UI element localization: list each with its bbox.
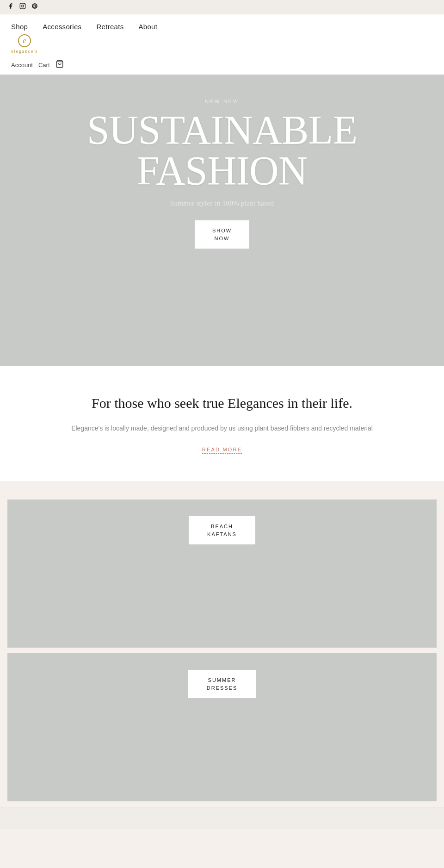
svg-point-1	[22, 5, 24, 7]
svg-rect-0	[20, 3, 25, 9]
logo-name: elegance's	[11, 48, 38, 54]
nav-retreats[interactable]: Retreats	[96, 23, 123, 31]
nav-about[interactable]: About	[139, 23, 158, 31]
collections-section: BEACHKAFTANS SUMMERDRESSES	[0, 481, 444, 801]
hero-subtitle: Summer styles in 100% plant based	[170, 200, 274, 207]
footer-stub	[0, 807, 444, 829]
nav-accessories[interactable]: Accessories	[43, 23, 81, 31]
logo-circle: e	[18, 34, 31, 47]
account-link[interactable]: Account	[11, 62, 33, 69]
cart-link[interactable]: Cart	[38, 62, 50, 69]
hero-eyebrow: NEW NEW	[205, 99, 239, 104]
logo-area: e elegance's	[11, 32, 433, 58]
summer-dresses-button[interactable]: SUMMERDRESSES	[188, 670, 256, 698]
hero-title: SUSTAINABLE FASHION	[87, 110, 358, 191]
hero-cta-button[interactable]: SHOWNOW	[195, 220, 249, 249]
about-body: Elegance's is locally made, designed and…	[37, 423, 407, 434]
pinterest-icon[interactable]	[31, 3, 38, 11]
facebook-icon[interactable]	[7, 3, 14, 11]
nav-bottom: Account Cart	[11, 58, 433, 75]
about-section: For those who seek true Elegances in the…	[0, 366, 444, 481]
main-nav: Shop Accessories Retreats About	[11, 14, 433, 32]
beach-kaftans-button[interactable]: BEACHKAFTANS	[189, 516, 255, 544]
about-heading: For those who seek true Elegances in the…	[37, 394, 407, 413]
social-bar	[0, 0, 444, 14]
instagram-icon[interactable]	[19, 3, 26, 11]
header: Shop Accessories Retreats About e elegan…	[0, 14, 444, 75]
svg-point-2	[24, 4, 25, 5]
beach-kaftans-block: BEACHKAFTANS	[7, 500, 437, 648]
cart-icon[interactable]	[56, 60, 64, 70]
summer-dresses-block: SUMMERDRESSES	[7, 653, 437, 801]
nav-shop[interactable]: Shop	[11, 23, 28, 31]
logo[interactable]: e elegance's	[11, 34, 38, 54]
read-more-link[interactable]: READ MORE	[202, 447, 242, 454]
hero-section: NEW NEW SUSTAINABLE FASHION Summer style…	[0, 75, 444, 366]
